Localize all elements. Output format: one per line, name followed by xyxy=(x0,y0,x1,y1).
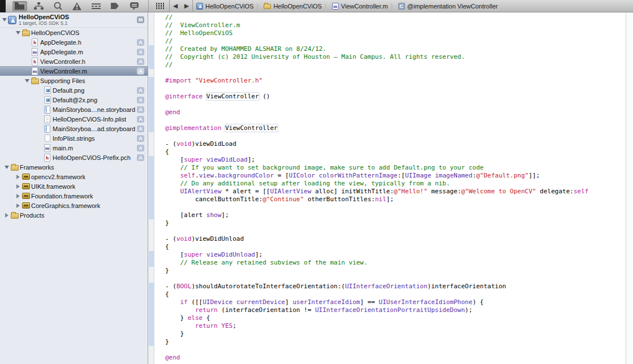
folder-icon xyxy=(10,163,19,171)
group-row[interactable]: Products xyxy=(0,210,148,220)
breadcrumb-item[interactable]: HelloOpenCViOS xyxy=(196,3,253,10)
project-navigator: HelloOpenCViOS 1 target, iOS SDK 5.1 M H… xyxy=(0,12,148,364)
file-row[interactable]: hHelloOpenCViOS-Prefix.pchA xyxy=(0,153,148,162)
issue-navigator-icon[interactable] xyxy=(70,1,84,11)
file-row[interactable]: InfoPlist.stringsA xyxy=(0,133,148,143)
window-edge-strip xyxy=(0,0,6,12)
breadcrumb: HelloOpenCViOS〉HelloOpenCViOS〉mViewContr… xyxy=(196,2,499,10)
group-row[interactable]: Frameworks xyxy=(0,162,148,172)
forward-button[interactable]: ▶ xyxy=(181,1,192,11)
code-line: return YES; xyxy=(165,322,626,330)
code-line: UIAlertView * alert = [[UIAlertView allo… xyxy=(165,188,626,196)
file-row[interactable]: MainStoryboa…ne.storyboardA xyxy=(0,105,148,114)
scm-status-badge: M xyxy=(137,16,144,23)
file-row[interactable]: UIKit.framework xyxy=(0,181,148,191)
log-navigator-icon[interactable] xyxy=(127,1,141,11)
file-h-icon: h xyxy=(42,154,52,162)
file-row[interactable]: mViewController.mA xyxy=(0,66,148,76)
project-row[interactable]: HelloOpenCViOS 1 target, iOS SDK 5.1 M xyxy=(0,12,148,28)
file-label: Supporting Files xyxy=(40,77,85,84)
file-h-icon: h xyxy=(30,38,40,46)
debug-navigator-icon[interactable] xyxy=(89,1,104,11)
code-line xyxy=(165,275,626,283)
disclosure-triangle[interactable] xyxy=(15,194,21,198)
breadcrumb-item[interactable]: C@implementation ViewController xyxy=(398,3,498,10)
breadcrumb-separator-icon: 〉 xyxy=(390,2,396,10)
code-line: if ([[UIDevice currentDevice] userInterf… xyxy=(165,298,626,306)
group-row[interactable]: HelloOpenCViOS xyxy=(0,28,148,37)
file-row[interactable]: hAppDelegate.hA xyxy=(0,37,148,47)
breadcrumb-item[interactable]: HelloOpenCViOS xyxy=(264,3,321,10)
breakpoint-navigator-icon[interactable] xyxy=(107,1,122,11)
file-row[interactable]: mAppDelegate.mA xyxy=(0,47,148,57)
file-row[interactable]: HelloOpenCViOS-Info.plistA xyxy=(0,114,148,124)
file-row[interactable]: CoreGraphics.framework xyxy=(0,201,148,210)
scm-status-badge: A xyxy=(137,135,144,142)
code-line: // xyxy=(165,61,626,69)
editor-scrollbar[interactable] xyxy=(626,12,633,364)
symbol-c-icon: C xyxy=(398,3,405,10)
project-navigator-icon[interactable] xyxy=(12,1,27,11)
back-button[interactable]: ◀ xyxy=(170,1,181,11)
disclosure-triangle[interactable] xyxy=(15,175,21,179)
file-storyboard-icon xyxy=(42,106,52,114)
change-gutter xyxy=(148,12,154,364)
scm-status-badge: A xyxy=(137,125,144,132)
framework-icon xyxy=(21,174,31,180)
project-subtitle: 1 target, iOS SDK 5.1 xyxy=(19,20,69,26)
disclosure-triangle[interactable] xyxy=(3,213,10,218)
related-items-icon[interactable] xyxy=(153,1,167,11)
disclosure-triangle[interactable] xyxy=(24,79,30,83)
code-line: cancelButtonTitle:@"Continue" otherButto… xyxy=(165,196,626,203)
disclosure-triangle[interactable] xyxy=(1,18,7,21)
code-line: - (BOOL)shouldAutorotateToInterfaceOrien… xyxy=(165,283,626,291)
code-line xyxy=(165,346,626,354)
file-label: ViewController.m xyxy=(40,68,87,75)
file-row[interactable]: MainStoryboa…ad.storyboardA xyxy=(0,124,148,133)
code-line: @end xyxy=(165,354,626,362)
file-row[interactable]: Foundation.framework xyxy=(0,191,148,201)
symbol-navigator-icon[interactable] xyxy=(32,1,46,11)
file-row[interactable]: mmain.mA xyxy=(0,143,148,153)
code-line: [super viewDidUnload]; xyxy=(165,251,626,259)
search-navigator-icon[interactable] xyxy=(50,1,65,11)
main-split: HelloOpenCViOS 1 target, iOS SDK 5.1 M H… xyxy=(0,12,633,364)
source-editor[interactable]: //// ViewController.m// HelloOpenCViOS//… xyxy=(148,12,633,364)
framework-icon xyxy=(21,202,31,209)
file-label: Products xyxy=(20,212,44,219)
code-line: // Created by MOHAMMED ALSHAIR on 8/24/1… xyxy=(165,45,626,53)
code-line xyxy=(165,69,626,77)
disclosure-triangle[interactable] xyxy=(15,203,21,208)
disclosure-triangle[interactable] xyxy=(15,184,21,189)
jump-bar: ◀ ▶ HelloOpenCViOS〉HelloOpenCViOS〉mViewC… xyxy=(149,0,633,12)
file-row[interactable]: opencv2.framework xyxy=(0,172,148,181)
change-bar xyxy=(149,283,154,346)
toolbar-separator xyxy=(192,0,193,12)
breadcrumb-separator-icon: 〉 xyxy=(256,2,261,10)
scm-status-badge: A xyxy=(137,39,144,46)
file-row[interactable]: Default@2x.pngA xyxy=(0,95,148,105)
file-row[interactable]: hViewController.hA xyxy=(0,57,148,66)
file-label: MainStoryboa…ad.storyboard xyxy=(53,125,135,132)
breadcrumb-label: @implementation ViewController xyxy=(407,3,498,10)
code-line: // xyxy=(165,37,626,45)
file-label: MainStoryboa…ne.storyboard xyxy=(53,106,135,113)
code-text[interactable]: //// ViewController.m// HelloOpenCViOS//… xyxy=(155,12,626,364)
disclosure-triangle[interactable] xyxy=(3,166,10,169)
breadcrumb-item[interactable]: mViewController.m xyxy=(332,3,388,10)
file-row[interactable]: Default.pngA xyxy=(0,85,148,95)
code-line: // ViewController.m xyxy=(165,21,626,29)
disclosure-triangle[interactable] xyxy=(15,31,21,34)
scm-status-badge: A xyxy=(137,106,144,113)
framework-icon xyxy=(21,193,31,199)
top-toolbar: ◀ ▶ HelloOpenCViOS〉HelloOpenCViOS〉mViewC… xyxy=(0,0,633,12)
group-row[interactable]: Supporting Files xyxy=(0,76,148,85)
file-label: main.m xyxy=(53,145,73,151)
code-line: #import "ViewController.h" xyxy=(165,77,626,85)
scm-status-badge: A xyxy=(137,145,144,151)
code-line: [super viewDidLoad]; xyxy=(165,156,626,164)
file-label: Default.png xyxy=(53,87,84,94)
project-name: HelloOpenCViOS xyxy=(19,14,69,20)
code-line: // Release any retained subviews of the … xyxy=(165,259,626,267)
code-line: return (interfaceOrientation != UIInterf… xyxy=(165,306,626,314)
